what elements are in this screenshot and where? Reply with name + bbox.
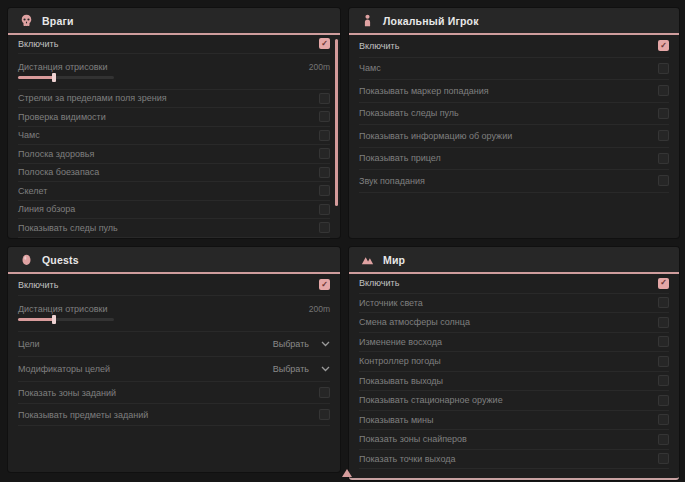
checkbox[interactable]: [319, 38, 330, 49]
checkbox[interactable]: [658, 40, 669, 51]
checkbox[interactable]: [319, 93, 330, 104]
panel-body: ВключитьИсточник светаСмена атмосферы со…: [349, 274, 679, 469]
checkbox[interactable]: [658, 414, 669, 425]
panel-enemies: Враги ВключитьДистанция отрисовки200mСтр…: [8, 8, 340, 238]
setting-row: Показывать следы пуль: [18, 219, 330, 238]
checkbox[interactable]: [319, 111, 330, 122]
skull-icon: [20, 14, 33, 27]
panel-body: ВключитьДистанция отрисовки200mСтрелки з…: [8, 35, 340, 238]
checkbox[interactable]: [658, 63, 669, 74]
setting-row: Включить: [359, 274, 669, 294]
checkbox[interactable]: [658, 175, 669, 186]
slider-thumb[interactable]: [52, 315, 56, 324]
checkbox[interactable]: [319, 130, 330, 141]
checkbox[interactable]: [658, 336, 669, 347]
slider-fill: [18, 76, 54, 79]
setting-row: Показывать следы пуль: [359, 103, 669, 126]
setting-label: Скелет: [18, 186, 47, 196]
dropdown-value: Выбрать: [273, 339, 309, 349]
setting-row: ЦелиВыбрать: [18, 332, 330, 357]
dropdown[interactable]: Выбрать: [273, 339, 330, 349]
setting-label: Звук попадания: [359, 176, 425, 186]
person-icon: [361, 14, 374, 27]
checkbox[interactable]: [319, 387, 330, 398]
panel-title: Мир: [383, 254, 405, 266]
setting-row: Показать зоны заданий: [18, 382, 330, 404]
setting-label: Контроллер погоды: [359, 356, 441, 366]
setting-label: Показывать следы пуль: [359, 108, 459, 118]
panel-title: Локальный Игрок: [383, 15, 479, 27]
panel-world: Мир ВключитьИсточник светаСмена атмосфер…: [349, 247, 679, 480]
scrollbar[interactable]: [335, 39, 338, 206]
checkbox[interactable]: [319, 204, 330, 215]
checkbox[interactable]: [658, 153, 669, 164]
checkbox[interactable]: [319, 222, 330, 233]
setting-label: Смена атмосферы солнца: [359, 317, 470, 327]
chevron-down-icon: [321, 341, 330, 347]
checkbox[interactable]: [658, 278, 669, 289]
setting-label: Чамс: [18, 130, 40, 140]
setting-row: Полоска боезапаса: [18, 164, 330, 183]
checkbox[interactable]: [658, 297, 669, 308]
setting-label: Полоска здоровья: [18, 149, 94, 159]
checkbox[interactable]: [658, 434, 669, 445]
setting-row: Показать зоны снайперов: [359, 430, 669, 450]
dropdown[interactable]: Выбрать: [273, 364, 330, 374]
setting-row: Полоска здоровья: [18, 145, 330, 164]
checkbox[interactable]: [658, 453, 669, 464]
checkbox[interactable]: [658, 85, 669, 96]
setting-row: Включить: [359, 35, 669, 58]
setting-label: Включить: [359, 41, 399, 51]
setting-row: Показывать информацию об оружии: [359, 125, 669, 148]
setting-row: Показывать прицел: [359, 148, 669, 171]
setting-row: Чамс: [359, 58, 669, 81]
slider[interactable]: [18, 76, 114, 79]
setting-row: Показывать предметы заданий: [18, 404, 330, 426]
checkbox[interactable]: [319, 279, 330, 290]
setting-row: Показывать выходы: [359, 372, 669, 392]
setting-label: Модификаторы целей: [18, 364, 110, 374]
setting-label: Показывать маркер попадания: [359, 86, 489, 96]
setting-label: Стрелки за пределами поля зрения: [18, 93, 167, 103]
setting-row: Включить: [18, 274, 330, 296]
panel-quests: Quests ВключитьДистанция отрисовки200mЦе…: [8, 247, 340, 472]
slider-fill: [18, 318, 54, 321]
setting-row: Стрелки за пределами поля зрения: [18, 90, 330, 109]
panel-header: Враги: [8, 8, 340, 35]
setting-row: Показывать маркер попадания: [359, 80, 669, 103]
setting-row: Дистанция отрисовки200m: [18, 296, 330, 332]
slider-value: 200m: [309, 304, 330, 314]
setting-label: Изменение восхода: [359, 337, 442, 347]
panel-body: ВключитьДистанция отрисовки200mЦелиВыбра…: [8, 274, 340, 426]
setting-row: Изменение восхода: [359, 333, 669, 353]
checkbox[interactable]: [658, 375, 669, 386]
checkbox[interactable]: [658, 108, 669, 119]
setting-label: Источник света: [359, 298, 423, 308]
setting-row: Чамс: [18, 127, 330, 146]
panel-title: Враги: [42, 15, 74, 27]
checkbox[interactable]: [658, 395, 669, 406]
setting-label: Показывать информацию об оружии: [359, 131, 512, 141]
setting-label: Чамс: [359, 63, 381, 73]
corner-triangle-indicator: [342, 469, 352, 477]
checkbox[interactable]: [658, 130, 669, 141]
setting-label: Показывать мины: [359, 415, 434, 425]
setting-row: Контроллер погоды: [359, 352, 669, 372]
checkbox[interactable]: [319, 148, 330, 159]
checkbox[interactable]: [319, 185, 330, 196]
setting-label: Показывать следы пуль: [18, 223, 118, 233]
slider[interactable]: [18, 318, 114, 321]
setting-label: Цели: [18, 339, 40, 349]
checkbox[interactable]: [658, 317, 669, 328]
setting-row: Линия обзора: [18, 201, 330, 220]
setting-label: Включить: [359, 278, 399, 288]
chevron-down-icon: [321, 366, 330, 372]
panel-header: Мир: [349, 247, 679, 274]
checkbox[interactable]: [319, 167, 330, 178]
setting-label: Включить: [18, 39, 58, 49]
setting-label: Показывать прицел: [359, 153, 441, 163]
checkbox[interactable]: [319, 409, 330, 420]
checkbox[interactable]: [658, 356, 669, 367]
setting-row: Показывать стационарное оружие: [359, 391, 669, 411]
slider-thumb[interactable]: [52, 73, 56, 82]
